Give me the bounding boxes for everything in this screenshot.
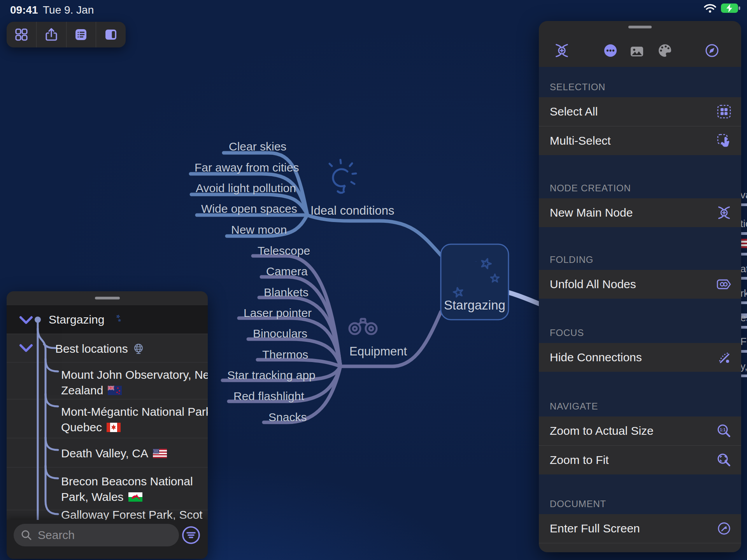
outline-label: Zealand: [61, 384, 103, 397]
map-node-label[interactable]: Camera: [266, 265, 308, 278]
lightbulb-doodle-icon: [330, 160, 356, 193]
clipped-node-fragment: es: [740, 312, 747, 324]
filter-button[interactable]: [180, 524, 202, 546]
search-icon: [21, 529, 32, 541]
outline-panel: Stargazing Best locations: [7, 291, 208, 559]
clipped-node-fragment: rk: [740, 287, 747, 299]
zoom-actual-size-icon: 1:1: [716, 423, 732, 439]
outline-label: Stargazing: [49, 313, 104, 326]
sidebar-icon: [103, 27, 118, 42]
unfold-icon: [716, 276, 732, 292]
menu-item-enter-full-screen[interactable]: Enter Full Screen: [539, 514, 741, 543]
clipped-flag-icon: [740, 239, 747, 248]
search-field[interactable]: [14, 524, 179, 546]
clipped-node-fragment: tio: [740, 218, 747, 230]
share-button[interactable]: [36, 22, 66, 47]
map-node-label[interactable]: Clear skies: [229, 140, 286, 153]
view-switcher-button[interactable]: [7, 22, 36, 47]
map-node-label[interactable]: Laser pointer: [244, 306, 312, 320]
map-node-label[interactable]: Wide open spaces: [201, 202, 297, 215]
map-node-label[interactable]: Telescope: [258, 244, 310, 257]
svg-text:1:1: 1:1: [720, 428, 726, 432]
flag-wales-icon: [128, 492, 142, 502]
outline-list-icon: [74, 27, 88, 42]
outline-label: Brecon Beacons National: [61, 475, 193, 488]
tab-style[interactable]: [657, 43, 673, 58]
map-branch-label[interactable]: Equipment: [349, 345, 407, 359]
map-node-label[interactable]: Blankets: [264, 286, 309, 299]
menu-item-zoom-actual-size[interactable]: Zoom to Actual Size 1:1: [539, 416, 741, 445]
new-node-icon: [716, 205, 732, 220]
menu-item-select-all[interactable]: Select All: [539, 97, 741, 126]
panel-grabber[interactable]: [95, 297, 120, 299]
fullscreen-icon: [716, 521, 732, 536]
sidebar-toggle-button[interactable]: [96, 22, 126, 47]
outline-label: Best locations: [55, 342, 128, 355]
flag-united-states-icon: [153, 449, 167, 458]
outline-label: Galloway Forest Park, Scot: [61, 508, 202, 522]
menu-section-header: FOCUS: [539, 299, 741, 343]
outline-label: Mount John Observatory, New: [61, 368, 208, 382]
clipped-node-fragment: y,: [740, 360, 747, 373]
map-node-label[interactable]: Binoculars: [253, 327, 307, 340]
grid-icon: [14, 27, 29, 42]
menu-section-header: NAVIGATE: [539, 372, 741, 416]
clipped-node-fragment: at: [740, 263, 747, 275]
root-node-label[interactable]: Stargazing: [441, 298, 509, 313]
tab-node[interactable]: [554, 43, 570, 58]
select-all-icon: [716, 104, 732, 119]
flag-new-zealand-icon: [108, 386, 122, 395]
tab-actions-selected[interactable]: [603, 43, 618, 58]
flag-canada-icon: [107, 423, 121, 432]
outline-label: Mont-Mégantic National Park,: [61, 405, 208, 418]
menu-item-zoom-to-fit[interactable]: Zoom to Fit: [539, 445, 741, 474]
tab-focus[interactable]: [704, 43, 720, 58]
binoculars-doodle-icon: [349, 319, 377, 334]
panel-grabber[interactable]: [628, 26, 652, 28]
outline-label: Death Valley, CA: [61, 447, 148, 460]
menu-item-new-main-node[interactable]: New Main Node: [539, 198, 741, 227]
map-node-label[interactable]: Snacks: [268, 411, 307, 424]
multi-select-icon: [716, 133, 732, 149]
share-icon: [44, 27, 59, 42]
map-node-label[interactable]: New moon: [231, 223, 287, 236]
chevron-down-icon[interactable]: [18, 315, 34, 325]
map-node-label[interactable]: Star tracking app: [227, 369, 316, 382]
menu-tabbar: [539, 21, 741, 67]
map-node-label[interactable]: Avoid light pollution: [196, 182, 296, 195]
menu-section-header: SELECTION: [539, 67, 741, 97]
edit-toolbar: [539, 543, 741, 552]
app-screen: 09:41 Tue 9. Jan: [0, 0, 747, 560]
globe-icon: [133, 343, 144, 355]
menu-item-unfold-all-nodes[interactable]: Unfold All Nodes: [539, 270, 741, 299]
menu-section-header: FOLDING: [539, 227, 741, 270]
outline-search-footer: [7, 520, 208, 559]
zoom-fit-icon: [716, 452, 732, 468]
document-toolbar: [7, 22, 126, 47]
context-menu-panel: SELECTION Select All Multi-Select: [539, 21, 741, 552]
menu-item-hide-connections[interactable]: Hide Connections: [539, 343, 741, 372]
search-input[interactable]: [37, 528, 189, 542]
map-node-label[interactable]: Far away from cities: [195, 161, 299, 174]
outline-label: Quebec: [61, 421, 102, 434]
menu-item-multi-select[interactable]: Multi-Select: [539, 126, 741, 155]
map-branch-label[interactable]: Ideal conditions: [310, 204, 394, 218]
moon-stars-icon: [109, 313, 121, 326]
chevron-down-icon[interactable]: [18, 343, 34, 353]
outline-label: Park, Wales: [61, 490, 124, 504]
clipped-node-fragment: va: [740, 189, 747, 201]
map-node-label[interactable]: Thermos: [262, 348, 308, 361]
tab-image[interactable]: [629, 44, 645, 59]
outline-view-button[interactable]: [66, 22, 96, 47]
clipped-node-fragment: F: [740, 336, 747, 348]
menu-section-header: NODE CREATION: [539, 155, 741, 198]
menu-section-header: DOCUMENT: [539, 474, 741, 514]
map-node-label[interactable]: Red flashlight: [233, 390, 304, 403]
hide-connections-icon: [716, 350, 732, 365]
